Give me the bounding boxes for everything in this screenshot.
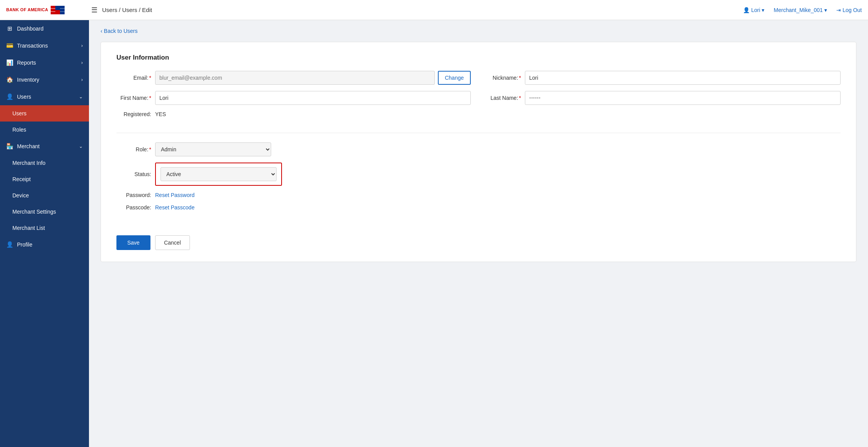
- sidebar-item-label: Merchant Info: [12, 160, 46, 166]
- merchant-icon: 🏪: [6, 143, 13, 150]
- sidebar-item-label: Device: [12, 192, 29, 199]
- nickname-input[interactable]: [525, 71, 841, 85]
- user-icon: 👤: [743, 7, 750, 13]
- svg-rect-1: [55, 6, 60, 10]
- status-wrapper: Active Inactive: [155, 163, 282, 186]
- registered-value: YES: [155, 111, 166, 117]
- sidebar-item-transactions[interactable]: 💳 Transactions ›: [0, 37, 89, 54]
- svg-rect-3: [60, 6, 65, 14]
- svg-rect-4: [51, 8, 55, 9]
- user-menu[interactable]: 👤 Lori ▾: [743, 7, 764, 13]
- transactions-icon: 💳: [6, 42, 13, 49]
- firstname-label: First Name:*: [116, 95, 151, 101]
- header-right: 👤 Lori ▾ Merchant_Mike_001 ▾ ⇥ Log Out: [743, 7, 862, 13]
- role-label: Role:*: [116, 146, 151, 152]
- back-to-users-link[interactable]: ‹ Back to Users: [101, 28, 138, 34]
- lastname-field-group: Last Name:*: [486, 91, 841, 105]
- email-input[interactable]: [155, 71, 435, 85]
- status-field-group: Status: Active Inactive: [116, 163, 841, 186]
- chevron-right-icon: ›: [81, 43, 83, 48]
- required-star: *: [519, 75, 521, 81]
- sidebar-item-dashboard[interactable]: ⊞ Dashboard: [0, 20, 89, 37]
- sidebar-item-inventory[interactable]: 🏠 Inventory ›: [0, 71, 89, 88]
- svg-rect-0: [51, 6, 55, 14]
- cancel-button[interactable]: Cancel: [155, 235, 190, 250]
- registered-row: Registered: YES: [116, 111, 841, 117]
- logo: BANK OF AMERICA: [6, 6, 91, 14]
- inventory-icon: 🏠: [6, 76, 13, 83]
- required-star: *: [519, 95, 521, 101]
- required-star: *: [149, 75, 151, 81]
- sidebar-item-merchant-list[interactable]: Merchant List: [0, 220, 89, 236]
- password-label: Password:: [116, 192, 151, 198]
- sidebar-item-merchant[interactable]: 🏪 Merchant ⌄: [0, 138, 89, 155]
- email-field-group: Email:* Change: [116, 71, 471, 85]
- role-select[interactable]: Admin User Manager: [155, 142, 271, 156]
- svg-rect-7: [60, 11, 65, 12]
- sidebar-item-label: Profile: [17, 241, 32, 248]
- sidebar-item-merchant-info[interactable]: Merchant Info: [0, 155, 89, 171]
- role-field-group: Role:* Admin User Manager: [116, 142, 841, 156]
- logout-icon: ⇥: [836, 7, 841, 13]
- firstname-input[interactable]: [155, 91, 471, 105]
- dashboard-icon: ⊞: [6, 25, 13, 32]
- lastname-input[interactable]: [525, 91, 841, 105]
- required-star: *: [149, 95, 151, 101]
- user-info-section: Email:* Change Nickname:*: [116, 71, 841, 133]
- menu-icon[interactable]: ☰: [91, 6, 97, 14]
- save-button[interactable]: Save: [116, 235, 150, 250]
- status-select[interactable]: Active Inactive: [161, 167, 277, 181]
- sidebar-item-label: Dashboard: [17, 26, 44, 32]
- sidebar-item-label: Receipt: [12, 176, 31, 182]
- layout: ⊞ Dashboard 💳 Transactions › 📊 Reports ›…: [0, 20, 868, 447]
- merchant-menu[interactable]: Merchant_Mike_001 ▾: [774, 7, 827, 13]
- sidebar-item-users[interactable]: 👤 Users ⌄: [0, 88, 89, 105]
- role-row: Role:* Admin User Manager: [116, 142, 841, 156]
- change-email-button[interactable]: Change: [438, 71, 471, 85]
- reset-passcode-button[interactable]: Reset Passcode: [155, 204, 195, 211]
- main-content: ‹ Back to Users User Information Email:*…: [89, 20, 868, 447]
- sidebar-item-label: Merchant Settings: [12, 209, 56, 215]
- sidebar-item-reports[interactable]: 📊 Reports ›: [0, 54, 89, 71]
- password-row: Password: Reset Password: [116, 192, 841, 198]
- reports-icon: 📊: [6, 59, 13, 66]
- sidebar: ⊞ Dashboard 💳 Transactions › 📊 Reports ›…: [0, 20, 89, 447]
- email-nickname-row: Email:* Change Nickname:*: [116, 71, 841, 85]
- merchant-label: Merchant_Mike_001: [774, 7, 823, 13]
- breadcrumb: Users / Users / Edit: [102, 7, 743, 13]
- logout-label: Log Out: [842, 7, 862, 13]
- sidebar-item-users-sub[interactable]: Users: [0, 105, 89, 122]
- passcode-label: Passcode:: [116, 204, 151, 211]
- sidebar-item-label: Merchant: [17, 143, 39, 149]
- sidebar-item-profile[interactable]: 👤 Profile: [0, 236, 89, 253]
- sidebar-item-receipt[interactable]: Receipt: [0, 171, 89, 187]
- name-row: First Name:* Last Name:*: [116, 91, 841, 105]
- sidebar-item-device[interactable]: Device: [0, 187, 89, 204]
- lastname-label: Last Name:*: [486, 95, 521, 101]
- status-row: Status: Active Inactive: [116, 163, 841, 186]
- password-field-group: Password: Reset Password: [116, 192, 841, 198]
- chevron-down-icon: ⌄: [79, 144, 83, 149]
- merchant-chevron-icon: ▾: [824, 7, 827, 13]
- email-wrapper: Change: [155, 71, 471, 85]
- required-star: *: [149, 146, 151, 152]
- profile-icon: 👤: [6, 241, 13, 248]
- svg-rect-5: [51, 11, 55, 12]
- sidebar-item-label: Transactions: [17, 43, 48, 49]
- passcode-row: Passcode: Reset Passcode: [116, 204, 841, 211]
- logout-button[interactable]: ⇥ Log Out: [836, 7, 862, 13]
- registered-field-group: Registered: YES: [116, 111, 841, 117]
- nickname-field-group: Nickname:*: [486, 71, 841, 85]
- user-chevron-icon: ▾: [762, 7, 764, 13]
- svg-rect-6: [60, 8, 65, 9]
- chevron-right-icon: ›: [81, 60, 83, 65]
- sidebar-item-merchant-settings[interactable]: Merchant Settings: [0, 204, 89, 220]
- chevron-right-icon: ›: [81, 77, 83, 82]
- header: BANK OF AMERICA ☰ Users / Users / Edit 👤…: [0, 0, 868, 20]
- sidebar-item-label: Users: [12, 110, 27, 116]
- sidebar-item-roles[interactable]: Roles: [0, 122, 89, 138]
- logo-text: BANK OF AMERICA: [6, 7, 48, 12]
- user-form-card: User Information Email:* Change: [101, 42, 856, 262]
- user-label: Lori: [751, 7, 760, 13]
- reset-password-button[interactable]: Reset Password: [155, 192, 195, 198]
